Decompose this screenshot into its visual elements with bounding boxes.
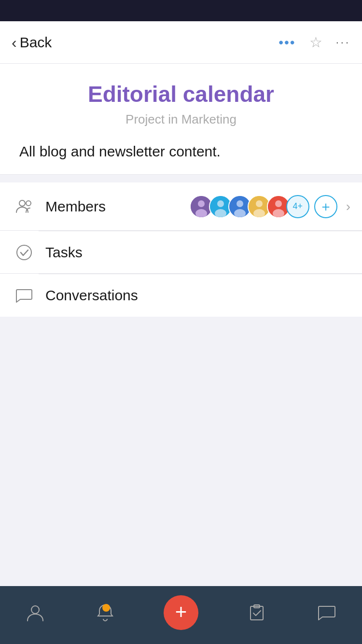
nav-actions: ••• ☆ ··· [278, 34, 350, 51]
tasks-icon [12, 240, 37, 265]
member-extra-count: 4+ [286, 195, 309, 218]
bell-icon [94, 601, 117, 624]
members-chevron-icon: › [346, 199, 350, 214]
status-bar [0, 0, 362, 21]
tab-tasks[interactable] [236, 596, 278, 629]
nav-bar: ‹ Back ••• ☆ ··· [0, 21, 362, 64]
svg-point-9 [237, 200, 243, 207]
list-section: Members [0, 182, 362, 317]
tab-notifications[interactable] [84, 596, 126, 629]
svg-point-6 [217, 200, 224, 207]
empty-content-area [0, 317, 362, 586]
add-button[interactable]: + [164, 595, 198, 630]
header-section: Editorial calendar Project in Marketing … [0, 64, 362, 175]
chat-icon [315, 601, 338, 624]
back-chevron-icon: ‹ [12, 35, 17, 50]
conversations-row[interactable]: Conversations [0, 274, 362, 317]
project-description: All blog and newsletter content. [19, 139, 343, 160]
svg-point-15 [275, 200, 282, 207]
back-button[interactable]: ‹ Back [12, 34, 52, 51]
tab-profile[interactable] [14, 596, 56, 629]
svg-point-0 [19, 200, 25, 206]
clipboard-icon [245, 601, 268, 624]
tab-messages[interactable] [306, 596, 348, 629]
notification-dot [102, 604, 110, 612]
svg-point-1 [26, 201, 31, 206]
svg-point-3 [198, 200, 205, 207]
conversations-icon [12, 283, 37, 308]
tab-add[interactable]: + [154, 590, 208, 635]
svg-rect-19 [251, 606, 263, 620]
add-icon: + [175, 602, 187, 622]
conversations-label: Conversations [45, 287, 350, 304]
profile-icon [24, 601, 47, 624]
project-subtitle: Project in Marketing [19, 112, 343, 127]
svg-point-12 [256, 200, 263, 207]
project-title: Editorial calendar [19, 81, 343, 107]
svg-point-17 [17, 245, 31, 260]
nav-dots-icon[interactable]: ••• [278, 35, 295, 50]
tab-bar: + [0, 586, 362, 644]
add-member-button[interactable]: ＋ [314, 195, 337, 218]
tasks-row[interactable]: Tasks [0, 231, 362, 274]
back-label: Back [20, 34, 52, 51]
nav-star-icon[interactable]: ☆ [309, 34, 322, 51]
members-icon [12, 194, 37, 219]
nav-more-icon[interactable]: ··· [336, 36, 350, 49]
members-label: Members [45, 198, 190, 215]
members-avatars: 4+ ＋ [190, 195, 337, 218]
members-row[interactable]: Members [0, 182, 362, 231]
svg-point-18 [31, 606, 39, 614]
tasks-label: Tasks [45, 244, 350, 261]
